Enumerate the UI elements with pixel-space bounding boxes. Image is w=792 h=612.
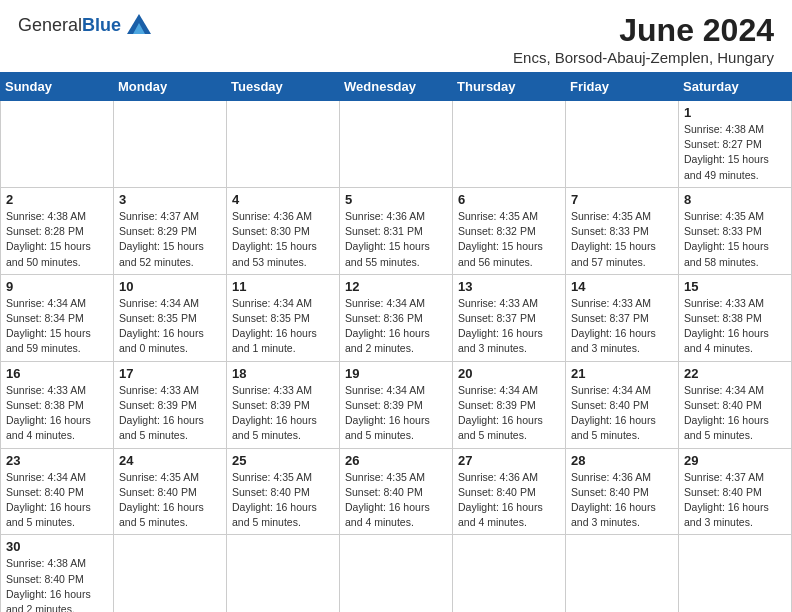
weekday-header-sunday: Sunday bbox=[1, 73, 114, 101]
day-info: Sunrise: 4:34 AM Sunset: 8:34 PM Dayligh… bbox=[6, 296, 108, 357]
calendar-cell bbox=[114, 535, 227, 612]
calendar-cell: 4Sunrise: 4:36 AM Sunset: 8:30 PM Daylig… bbox=[227, 187, 340, 274]
day-info: Sunrise: 4:33 AM Sunset: 8:37 PM Dayligh… bbox=[458, 296, 560, 357]
calendar-cell: 25Sunrise: 4:35 AM Sunset: 8:40 PM Dayli… bbox=[227, 448, 340, 535]
calendar-cell: 30Sunrise: 4:38 AM Sunset: 8:40 PM Dayli… bbox=[1, 535, 114, 612]
day-info: Sunrise: 4:33 AM Sunset: 8:38 PM Dayligh… bbox=[6, 383, 108, 444]
title-block: June 2024 Encs, Borsod-Abauj-Zemplen, Hu… bbox=[513, 12, 774, 66]
calendar-cell bbox=[679, 535, 792, 612]
day-number: 16 bbox=[6, 366, 108, 381]
day-number: 25 bbox=[232, 453, 334, 468]
calendar-cell bbox=[566, 101, 679, 188]
day-info: Sunrise: 4:34 AM Sunset: 8:39 PM Dayligh… bbox=[458, 383, 560, 444]
weekday-header-row: SundayMondayTuesdayWednesdayThursdayFrid… bbox=[1, 73, 792, 101]
day-info: Sunrise: 4:34 AM Sunset: 8:36 PM Dayligh… bbox=[345, 296, 447, 357]
logo: GeneralBlue bbox=[18, 12, 155, 40]
day-number: 22 bbox=[684, 366, 786, 381]
calendar-cell: 29Sunrise: 4:37 AM Sunset: 8:40 PM Dayli… bbox=[679, 448, 792, 535]
day-number: 11 bbox=[232, 279, 334, 294]
day-number: 26 bbox=[345, 453, 447, 468]
calendar-week-3: 16Sunrise: 4:33 AM Sunset: 8:38 PM Dayli… bbox=[1, 361, 792, 448]
weekday-header-friday: Friday bbox=[566, 73, 679, 101]
day-info: Sunrise: 4:36 AM Sunset: 8:40 PM Dayligh… bbox=[458, 470, 560, 531]
day-info: Sunrise: 4:36 AM Sunset: 8:30 PM Dayligh… bbox=[232, 209, 334, 270]
calendar-cell: 2Sunrise: 4:38 AM Sunset: 8:28 PM Daylig… bbox=[1, 187, 114, 274]
calendar-cell: 19Sunrise: 4:34 AM Sunset: 8:39 PM Dayli… bbox=[340, 361, 453, 448]
calendar-week-1: 2Sunrise: 4:38 AM Sunset: 8:28 PM Daylig… bbox=[1, 187, 792, 274]
calendar-cell: 16Sunrise: 4:33 AM Sunset: 8:38 PM Dayli… bbox=[1, 361, 114, 448]
day-info: Sunrise: 4:33 AM Sunset: 8:37 PM Dayligh… bbox=[571, 296, 673, 357]
calendar-table: SundayMondayTuesdayWednesdayThursdayFrid… bbox=[0, 72, 792, 612]
day-info: Sunrise: 4:35 AM Sunset: 8:40 PM Dayligh… bbox=[119, 470, 221, 531]
calendar-cell: 27Sunrise: 4:36 AM Sunset: 8:40 PM Dayli… bbox=[453, 448, 566, 535]
day-info: Sunrise: 4:36 AM Sunset: 8:31 PM Dayligh… bbox=[345, 209, 447, 270]
day-number: 3 bbox=[119, 192, 221, 207]
logo-icon bbox=[123, 10, 155, 38]
day-info: Sunrise: 4:35 AM Sunset: 8:40 PM Dayligh… bbox=[232, 470, 334, 531]
day-info: Sunrise: 4:34 AM Sunset: 8:40 PM Dayligh… bbox=[6, 470, 108, 531]
logo-text: GeneralBlue bbox=[18, 16, 121, 36]
day-number: 12 bbox=[345, 279, 447, 294]
calendar-cell: 26Sunrise: 4:35 AM Sunset: 8:40 PM Dayli… bbox=[340, 448, 453, 535]
month-title: June 2024 bbox=[513, 12, 774, 49]
day-number: 21 bbox=[571, 366, 673, 381]
day-number: 5 bbox=[345, 192, 447, 207]
day-info: Sunrise: 4:34 AM Sunset: 8:35 PM Dayligh… bbox=[119, 296, 221, 357]
day-info: Sunrise: 4:36 AM Sunset: 8:40 PM Dayligh… bbox=[571, 470, 673, 531]
calendar-cell bbox=[1, 101, 114, 188]
day-info: Sunrise: 4:34 AM Sunset: 8:35 PM Dayligh… bbox=[232, 296, 334, 357]
day-info: Sunrise: 4:34 AM Sunset: 8:39 PM Dayligh… bbox=[345, 383, 447, 444]
calendar-cell: 3Sunrise: 4:37 AM Sunset: 8:29 PM Daylig… bbox=[114, 187, 227, 274]
calendar-week-0: 1Sunrise: 4:38 AM Sunset: 8:27 PM Daylig… bbox=[1, 101, 792, 188]
calendar-cell: 11Sunrise: 4:34 AM Sunset: 8:35 PM Dayli… bbox=[227, 274, 340, 361]
calendar-week-5: 30Sunrise: 4:38 AM Sunset: 8:40 PM Dayli… bbox=[1, 535, 792, 612]
calendar-cell: 1Sunrise: 4:38 AM Sunset: 8:27 PM Daylig… bbox=[679, 101, 792, 188]
calendar-cell: 18Sunrise: 4:33 AM Sunset: 8:39 PM Dayli… bbox=[227, 361, 340, 448]
calendar-cell: 20Sunrise: 4:34 AM Sunset: 8:39 PM Dayli… bbox=[453, 361, 566, 448]
day-info: Sunrise: 4:35 AM Sunset: 8:33 PM Dayligh… bbox=[684, 209, 786, 270]
calendar-cell: 15Sunrise: 4:33 AM Sunset: 8:38 PM Dayli… bbox=[679, 274, 792, 361]
calendar-cell: 6Sunrise: 4:35 AM Sunset: 8:32 PM Daylig… bbox=[453, 187, 566, 274]
calendar-cell: 7Sunrise: 4:35 AM Sunset: 8:33 PM Daylig… bbox=[566, 187, 679, 274]
weekday-header-wednesday: Wednesday bbox=[340, 73, 453, 101]
day-info: Sunrise: 4:37 AM Sunset: 8:29 PM Dayligh… bbox=[119, 209, 221, 270]
day-number: 4 bbox=[232, 192, 334, 207]
day-number: 17 bbox=[119, 366, 221, 381]
calendar-cell: 23Sunrise: 4:34 AM Sunset: 8:40 PM Dayli… bbox=[1, 448, 114, 535]
day-number: 15 bbox=[684, 279, 786, 294]
calendar-week-4: 23Sunrise: 4:34 AM Sunset: 8:40 PM Dayli… bbox=[1, 448, 792, 535]
calendar-week-2: 9Sunrise: 4:34 AM Sunset: 8:34 PM Daylig… bbox=[1, 274, 792, 361]
weekday-header-saturday: Saturday bbox=[679, 73, 792, 101]
calendar-cell: 24Sunrise: 4:35 AM Sunset: 8:40 PM Dayli… bbox=[114, 448, 227, 535]
weekday-header-monday: Monday bbox=[114, 73, 227, 101]
day-number: 30 bbox=[6, 539, 108, 554]
weekday-header-tuesday: Tuesday bbox=[227, 73, 340, 101]
day-number: 20 bbox=[458, 366, 560, 381]
day-info: Sunrise: 4:33 AM Sunset: 8:39 PM Dayligh… bbox=[232, 383, 334, 444]
day-number: 28 bbox=[571, 453, 673, 468]
day-info: Sunrise: 4:38 AM Sunset: 8:40 PM Dayligh… bbox=[6, 556, 108, 612]
day-number: 1 bbox=[684, 105, 786, 120]
day-number: 10 bbox=[119, 279, 221, 294]
day-number: 2 bbox=[6, 192, 108, 207]
calendar-cell: 17Sunrise: 4:33 AM Sunset: 8:39 PM Dayli… bbox=[114, 361, 227, 448]
day-number: 27 bbox=[458, 453, 560, 468]
calendar-header: SundayMondayTuesdayWednesdayThursdayFrid… bbox=[1, 73, 792, 101]
calendar-cell: 12Sunrise: 4:34 AM Sunset: 8:36 PM Dayli… bbox=[340, 274, 453, 361]
calendar-cell: 14Sunrise: 4:33 AM Sunset: 8:37 PM Dayli… bbox=[566, 274, 679, 361]
calendar-cell: 21Sunrise: 4:34 AM Sunset: 8:40 PM Dayli… bbox=[566, 361, 679, 448]
day-info: Sunrise: 4:38 AM Sunset: 8:27 PM Dayligh… bbox=[684, 122, 786, 183]
day-number: 19 bbox=[345, 366, 447, 381]
calendar-cell: 28Sunrise: 4:36 AM Sunset: 8:40 PM Dayli… bbox=[566, 448, 679, 535]
calendar-cell bbox=[227, 101, 340, 188]
day-number: 7 bbox=[571, 192, 673, 207]
day-number: 9 bbox=[6, 279, 108, 294]
day-info: Sunrise: 4:38 AM Sunset: 8:28 PM Dayligh… bbox=[6, 209, 108, 270]
calendar-cell: 10Sunrise: 4:34 AM Sunset: 8:35 PM Dayli… bbox=[114, 274, 227, 361]
day-number: 29 bbox=[684, 453, 786, 468]
calendar-cell: 22Sunrise: 4:34 AM Sunset: 8:40 PM Dayli… bbox=[679, 361, 792, 448]
weekday-header-thursday: Thursday bbox=[453, 73, 566, 101]
calendar-cell bbox=[566, 535, 679, 612]
day-info: Sunrise: 4:35 AM Sunset: 8:40 PM Dayligh… bbox=[345, 470, 447, 531]
day-number: 23 bbox=[6, 453, 108, 468]
